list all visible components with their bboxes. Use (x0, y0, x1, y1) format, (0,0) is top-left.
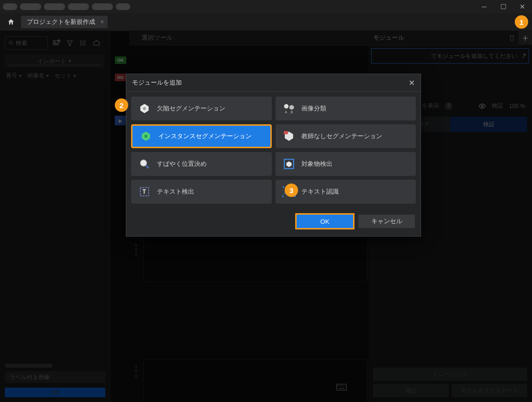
hexagon-green-icon (139, 130, 153, 143)
app-window: ─ ☐ ✕ プロジェクトを新規作成 × 検索 (0, 0, 532, 402)
svg-marker-31 (286, 162, 291, 167)
svg-text:B: B (290, 110, 292, 114)
svg-point-19 (143, 107, 146, 110)
add-module-dialog: モジュールを追加 ✕ 欠陥セグメンテーション AB 画像分類 インスタンスセグメ… (126, 74, 421, 237)
callout-2: 2 (115, 98, 128, 112)
svg-point-25 (144, 135, 148, 138)
hexagon-red-icon (282, 130, 296, 143)
menu-pill[interactable] (3, 3, 17, 10)
dialog-header: モジュールを追加 ✕ (126, 74, 421, 92)
title-bar: ─ ☐ ✕ (0, 0, 532, 13)
svg-rect-27 (284, 131, 288, 134)
home-icon[interactable] (4, 15, 18, 29)
workspace: 検索 インポート ▼ 番号▼ 画像名▼ セット▼ ラベル付き画像 0/0 (0, 31, 532, 402)
module-option-text-detection[interactable]: T テキスト検出 (131, 180, 272, 204)
module-option-unsupervised-segmentation[interactable]: 教師なしセグメンテーション (276, 124, 416, 148)
text-detect-icon: T (138, 185, 151, 198)
svg-text:T: T (143, 188, 146, 195)
close-icon[interactable]: × (100, 19, 104, 25)
module-option-object-detection[interactable]: 対象物検出 (276, 152, 416, 176)
svg-point-28 (141, 160, 146, 166)
menu-pill[interactable] (92, 3, 113, 10)
project-tab[interactable]: プロジェクトを新規作成 × (21, 16, 108, 28)
ab-icon: AB (282, 102, 296, 115)
svg-point-20 (284, 104, 288, 109)
svg-line-29 (146, 165, 149, 168)
ok-button[interactable]: OK (295, 213, 355, 229)
minimize-button[interactable]: ─ (475, 0, 494, 13)
detection-icon (282, 157, 296, 171)
module-option-instance-segmentation[interactable]: インスタンスセグメンテーション (131, 124, 272, 148)
callout-3: 3 (285, 184, 298, 197)
module-option-image-classification[interactable]: AB 画像分類 (276, 97, 416, 120)
maximize-button[interactable]: ☐ (494, 0, 513, 13)
menu-pill[interactable] (68, 3, 89, 10)
module-option-quick-locate[interactable]: すばやく位置決め (131, 152, 272, 176)
close-button[interactable]: ✕ (513, 0, 532, 13)
magnifier-icon (138, 157, 151, 171)
tab-label: プロジェクトを新規作成 (27, 18, 95, 26)
menu-pill[interactable] (20, 3, 41, 10)
cancel-button[interactable]: キャンセル (358, 215, 415, 228)
hexagon-icon (138, 102, 151, 115)
dialog-title: モジュールを追加 (132, 78, 182, 87)
callout-1: 1 (515, 15, 528, 29)
project-tab-bar: プロジェクトを新規作成 × (0, 13, 532, 31)
svg-marker-21 (289, 105, 293, 110)
module-option-defect-segmentation[interactable]: 欠陥セグメンテーション (131, 97, 272, 120)
dialog-close-icon[interactable]: ✕ (409, 78, 415, 87)
menu-pill[interactable] (116, 3, 130, 10)
svg-text:A: A (285, 110, 287, 114)
menu-pill[interactable] (44, 3, 65, 10)
